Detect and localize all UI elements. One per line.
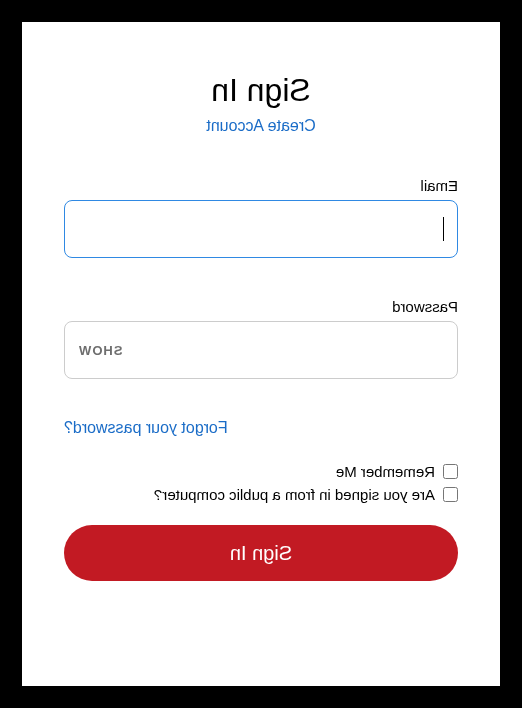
email-field-group: Email [64, 177, 458, 258]
sign-in-button[interactable]: Sign In [64, 525, 458, 581]
password-field[interactable] [64, 321, 458, 379]
password-label: Password [64, 298, 458, 315]
email-label: Email [64, 177, 458, 194]
remember-me-row: Remember Me [64, 463, 458, 480]
remember-me-label: Remember Me [336, 463, 435, 480]
email-field[interactable] [64, 200, 458, 258]
remember-me-checkbox[interactable] [443, 464, 458, 479]
public-computer-checkbox[interactable] [443, 487, 458, 502]
show-password-toggle[interactable]: SHOW [78, 343, 122, 358]
create-account-link[interactable]: Create Account [64, 117, 458, 135]
text-cursor-icon [443, 217, 446, 241]
forgot-password-link[interactable]: Forgot your password? [64, 419, 458, 437]
password-field-group: Password SHOW [64, 298, 458, 379]
page-title: Sign In [64, 72, 458, 109]
public-computer-label: Are you signed in from a public computer… [154, 486, 435, 503]
public-computer-row: Are you signed in from a public computer… [64, 486, 458, 503]
